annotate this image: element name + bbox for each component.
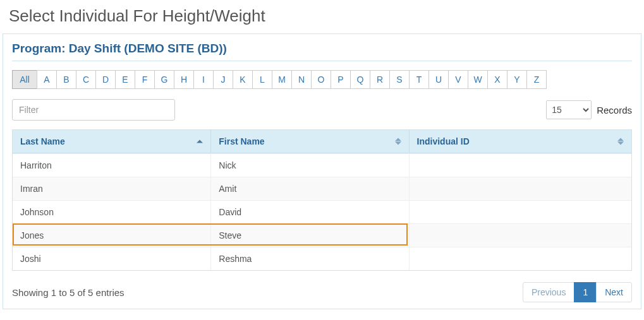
alpha-filter-x[interactable]: X	[487, 70, 507, 89]
table-footer: Showing 1 to 5 of 5 entries Previous1Nex…	[12, 282, 632, 302]
sort-asc-icon	[197, 140, 203, 143]
alpha-filter-all[interactable]: All	[12, 70, 37, 89]
alpha-filter-m[interactable]: M	[272, 70, 292, 89]
alpha-filter-f[interactable]: F	[135, 70, 155, 89]
cell-id	[409, 200, 631, 223]
col-last-name[interactable]: Last Name	[13, 130, 210, 153]
alpha-filter-s[interactable]: S	[389, 70, 410, 89]
alpha-filter-h[interactable]: H	[174, 70, 194, 89]
entries-info: Showing 1 to 5 of 5 entries	[12, 287, 125, 298]
alpha-filter-w[interactable]: W	[468, 70, 488, 89]
alpha-filter-e[interactable]: E	[115, 70, 135, 89]
alpha-filter-z[interactable]: Z	[526, 70, 547, 89]
records-control: 152550100 Records	[546, 100, 632, 119]
alpha-filter-v[interactable]: V	[448, 70, 468, 89]
table-row[interactable]: JohnsonDavid	[13, 200, 631, 223]
sort-both-icon	[395, 138, 401, 145]
main-panel: Program: Day Shift (DEMO SITE (BD)) AllA…	[3, 33, 641, 309]
alpha-filter-r[interactable]: R	[370, 70, 390, 89]
alpha-filter-q[interactable]: Q	[350, 70, 370, 89]
cell-first: Nick	[210, 153, 408, 177]
cell-id	[409, 223, 631, 247]
pager: Previous1Next	[523, 282, 632, 302]
alpha-filter-n[interactable]: N	[291, 70, 312, 89]
sort-both-icon	[617, 138, 624, 145]
pager-page-1[interactable]: 1	[574, 282, 597, 302]
cell-id	[409, 177, 631, 200]
alpha-filter-l[interactable]: L	[252, 70, 272, 89]
alpha-filter-u[interactable]: U	[428, 70, 449, 89]
alpha-filter-row: AllABCDEFGHIJKLMNOPQRSTUVWXYZ	[12, 70, 632, 89]
col-label: Individual ID	[417, 136, 470, 146]
controls-row: 152550100 Records	[12, 99, 632, 121]
page-title: Select Individual For Height/Weight	[9, 6, 644, 26]
cell-last: Imran	[13, 177, 210, 200]
program-heading: Program: Day Shift (DEMO SITE (BD))	[12, 42, 632, 61]
cell-id	[409, 247, 631, 270]
individuals-table: Last Name First Name Individual ID Harri…	[12, 129, 632, 271]
cell-first: Steve	[210, 223, 408, 247]
pager-next[interactable]: Next	[596, 282, 632, 302]
records-select[interactable]: 152550100	[546, 100, 592, 119]
table-row[interactable]: JonesSteve	[13, 223, 631, 247]
alpha-filter-i[interactable]: I	[193, 70, 214, 89]
cell-last: Jones	[13, 223, 210, 247]
alpha-filter-b[interactable]: B	[56, 70, 76, 89]
alpha-filter-k[interactable]: K	[233, 70, 253, 89]
table-row[interactable]: HarritonNick	[13, 153, 631, 177]
table-row[interactable]: JoshiReshma	[13, 247, 631, 270]
pager-prev[interactable]: Previous	[523, 282, 574, 302]
cell-first: Amit	[210, 177, 408, 200]
alpha-filter-t[interactable]: T	[409, 70, 429, 89]
alpha-filter-o[interactable]: O	[311, 70, 331, 89]
cell-last: Harriton	[13, 153, 210, 177]
alpha-filter-j[interactable]: J	[213, 70, 233, 89]
cell-first: David	[210, 200, 408, 223]
col-label: Last Name	[20, 136, 65, 146]
table-wrap: Last Name First Name Individual ID Harri…	[12, 129, 632, 271]
alpha-filter-g[interactable]: G	[154, 70, 174, 89]
filter-input[interactable]	[12, 99, 175, 121]
col-first-name[interactable]: First Name	[210, 130, 408, 153]
col-individual-id[interactable]: Individual ID	[409, 130, 631, 153]
cell-id	[409, 153, 631, 177]
cell-first: Reshma	[210, 247, 408, 270]
alpha-filter-c[interactable]: C	[76, 70, 96, 89]
alpha-filter-d[interactable]: D	[95, 70, 116, 89]
cell-last: Joshi	[13, 247, 210, 270]
alpha-filter-p[interactable]: P	[331, 70, 351, 89]
cell-last: Johnson	[13, 200, 210, 223]
col-label: First Name	[219, 136, 264, 146]
table-row[interactable]: ImranAmit	[13, 177, 631, 200]
alpha-filter-y[interactable]: Y	[507, 70, 527, 89]
alpha-filter-a[interactable]: A	[37, 70, 57, 89]
records-label: Records	[597, 105, 632, 116]
